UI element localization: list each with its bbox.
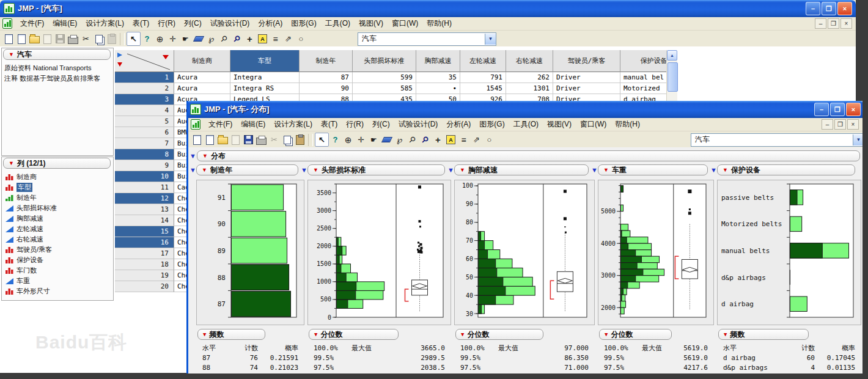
menu-item-2[interactable]: 设计方案(L) (270, 119, 317, 130)
menu-item-11[interactable]: 窗口(W) (576, 119, 611, 130)
column-list-item[interactable]: 保护设备 (6, 256, 43, 265)
outlier-point[interactable] (688, 190, 691, 193)
menu-item-5[interactable]: 列(C) (180, 18, 206, 29)
arrow-shape-tool-icon[interactable]: ⇗ (282, 32, 295, 45)
red-triangle-menu-icon[interactable]: ▼ (314, 332, 317, 337)
row-number[interactable]: 10 (115, 171, 174, 182)
menu-item-0[interactable]: 文件(F) (204, 119, 237, 130)
column-list-item[interactable]: 头部损坏标准 (6, 204, 57, 213)
menu-item-8[interactable]: 图形(G) (287, 18, 320, 29)
menu-item-0[interactable]: 文件(F) (16, 18, 48, 29)
histogram-bar[interactable] (232, 185, 284, 210)
outlier-point[interactable] (564, 217, 567, 220)
table-row[interactable]: 1AcuraIntegra8759935791262Drivermanual b… (115, 72, 666, 83)
scroller-tool-icon[interactable]: ≡ (269, 32, 282, 45)
stats-header[interactable]: ▼频数 (197, 329, 265, 340)
arrow-tool-icon[interactable]: ↖ (127, 32, 141, 46)
histogram-bar[interactable] (790, 216, 802, 231)
row-number[interactable]: 18 (115, 259, 174, 270)
row-number[interactable]: 16 (115, 237, 174, 248)
outlier-point[interactable] (565, 232, 567, 234)
histogram-bar[interactable] (621, 301, 626, 308)
scroller-tool-icon[interactable]: ≡ (457, 133, 470, 146)
arrow-tool-icon[interactable]: ↖ (315, 133, 329, 147)
table-cell[interactable]: Integra RS (230, 83, 300, 94)
mdi-close-button[interactable]: × (840, 18, 852, 29)
column-list-item[interactable]: 车门数 (6, 266, 37, 275)
row-number[interactable]: 5 (115, 116, 174, 127)
columns-panel-header[interactable]: ▼列 (12/1) (3, 158, 111, 169)
mdi-restore-button[interactable]: ❐ (834, 119, 846, 130)
menu-item-12[interactable]: 帮助(H) (611, 119, 644, 130)
stats-header[interactable]: ▼分位数 (309, 329, 399, 340)
table-cell[interactable]: manual bel (620, 72, 666, 83)
column-list-item[interactable]: 左轮减速 (6, 224, 43, 234)
table-selector-combobox[interactable]: 汽车▼ (691, 133, 864, 147)
menu-item-1[interactable]: 编辑(E) (237, 119, 270, 130)
circle-tool-icon[interactable]: ○ (295, 32, 307, 45)
menu-item-5[interactable]: 列(C) (368, 119, 394, 130)
red-triangle-menu-icon[interactable]: ▼ (605, 332, 608, 337)
menu-item-12[interactable]: 帮助(H) (422, 18, 456, 29)
menu-item-10[interactable]: 视图(V) (355, 18, 388, 29)
table-cell[interactable]: Driver (553, 83, 620, 94)
histogram-bar[interactable] (621, 224, 628, 231)
red-triangle-menu-icon[interactable]: ▼ (603, 167, 609, 173)
stats-header[interactable]: ▼频数 (718, 329, 809, 340)
cut-icon[interactable]: ✂ (79, 32, 92, 45)
help-tool-icon[interactable]: ? (329, 133, 342, 146)
row-number[interactable]: 2 (115, 83, 174, 94)
journal-icon[interactable] (229, 133, 242, 146)
menu-item-3[interactable]: 表(T) (128, 18, 153, 29)
journal-icon[interactable] (41, 32, 54, 45)
red-triangle-menu-icon[interactable]: ▼ (461, 332, 464, 337)
combobox-dropdown-icon[interactable]: ▼ (485, 34, 496, 45)
paste-icon[interactable] (105, 32, 118, 45)
histogram-bar[interactable] (232, 238, 287, 263)
table-cell[interactable]: 87 (300, 72, 353, 83)
menu-item-6[interactable]: 试验设计(D) (206, 18, 254, 29)
close-button[interactable]: × (837, 2, 852, 15)
open-icon[interactable] (216, 133, 229, 146)
column-list-item[interactable]: 车外形尺寸 (6, 287, 50, 296)
outlier-point[interactable] (689, 208, 691, 210)
menu-item-6[interactable]: 试验设计(D) (394, 119, 443, 130)
column-list-item[interactable]: 车型 (6, 183, 32, 192)
table-cell[interactable]: 35 (416, 72, 460, 83)
menu-item-9[interactable]: 工具(O) (509, 119, 543, 130)
menu-item-11[interactable]: 窗口(W) (388, 18, 422, 29)
cut-icon[interactable]: ✂ (268, 133, 281, 146)
column-list-item[interactable]: 制造商 (6, 172, 37, 182)
mdi-restore-button[interactable]: ❐ (828, 18, 839, 29)
scroll-up-button[interactable]: ▲ (667, 50, 677, 61)
print-icon[interactable] (255, 133, 268, 146)
menu-item-3[interactable]: 表(T) (317, 119, 342, 130)
annotate-tool-icon[interactable]: A (444, 133, 457, 146)
histogram-bar[interactable] (232, 212, 286, 237)
table-cell[interactable]: Driver (553, 72, 620, 83)
panel-disclosure-icon[interactable]: ▼ (710, 167, 717, 174)
histogram-bar[interactable] (790, 296, 807, 311)
outlier-point[interactable] (564, 190, 567, 193)
table-selector-combobox[interactable]: 汽车▼ (358, 32, 496, 46)
row-number[interactable]: 20 (115, 281, 174, 292)
panel-disclosure-icon[interactable]: ▼ (189, 167, 196, 174)
column-header-4[interactable]: 胸部减速 (416, 50, 460, 72)
restore-button[interactable]: ❐ (830, 103, 845, 116)
crosshair-tool-icon[interactable]: ⊕ (342, 133, 355, 146)
column-header-1[interactable]: 车型 (230, 50, 300, 72)
circle-tool-icon[interactable]: ○ (483, 133, 496, 146)
table-cell[interactable]: Acura (174, 83, 230, 94)
outlier-point[interactable] (420, 243, 422, 246)
row-number[interactable]: 3 (115, 94, 174, 105)
panel-header-3[interactable]: ▼车重 (598, 164, 708, 175)
table-cell[interactable]: 1301 (506, 83, 553, 94)
row-number[interactable]: 14 (115, 215, 174, 226)
save-icon[interactable] (242, 133, 255, 146)
row-number[interactable]: 8 (115, 149, 174, 160)
row-number[interactable]: 4 (115, 105, 174, 116)
brush-tool-icon[interactable] (380, 133, 393, 146)
table-cell[interactable]: Integra (230, 72, 300, 83)
red-triangle-menu-icon[interactable]: ▼ (202, 167, 207, 173)
copy-icon[interactable] (281, 133, 293, 146)
